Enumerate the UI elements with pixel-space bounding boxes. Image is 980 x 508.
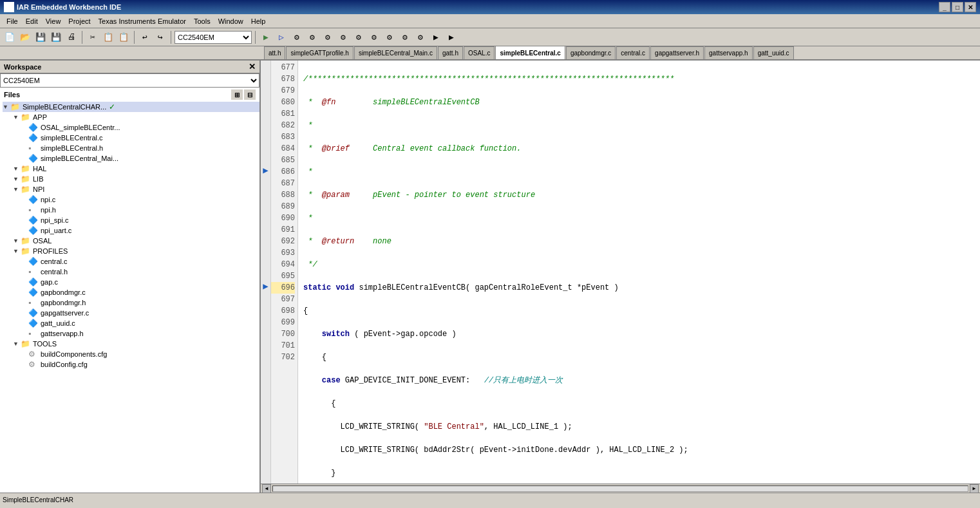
- code-text: * @param pEvent - pointer to event struc…: [303, 189, 535, 201]
- menu-project[interactable]: Project: [64, 16, 94, 26]
- tab-osal-c[interactable]: OSAL.c: [464, 46, 495, 59]
- expand-icon: [21, 361, 28, 368]
- save-all-button[interactable]: 💾: [49, 30, 63, 44]
- tree-npiuartc[interactable]: 🔷 npi_uart.c: [3, 225, 259, 236]
- expand-icon: ▼: [13, 248, 21, 254]
- file-tree: ▼ 📁 SimpleBLECentralCHAR... ✓ ▼ 📁 APP 🔷 …: [0, 102, 259, 493]
- btn6[interactable]: ⚙: [367, 30, 381, 44]
- tab-central-c[interactable]: central.c: [616, 46, 650, 59]
- expand-icon: [21, 330, 28, 337]
- tab-simpleblecentral-main-c[interactable]: simpleBLECentral_Main.c: [354, 46, 437, 59]
- print-button[interactable]: 🖨: [64, 30, 79, 44]
- tree-npispic[interactable]: 🔷 npi_spi.c: [3, 215, 259, 225]
- file-icon: ▪: [28, 329, 39, 338]
- tree-item-label: gapbondmgr.h: [41, 299, 86, 306]
- btn9[interactable]: ⚙: [413, 30, 428, 44]
- tree-hal[interactable]: ▼ 📁 HAL: [3, 164, 259, 174]
- tree-npi[interactable]: ▼ 📁 NPI: [3, 184, 259, 194]
- tab-gattservapp-h[interactable]: gattservapp.h: [704, 46, 753, 59]
- btn10[interactable]: ▶: [429, 30, 443, 44]
- menu-tools[interactable]: Tools: [190, 16, 214, 26]
- tab-gapbondmgr-c[interactable]: gapbondmgr.c: [566, 46, 616, 59]
- tab-att-h[interactable]: att.h: [264, 46, 285, 59]
- new-file-button[interactable]: 📄: [3, 30, 17, 44]
- file-icon: 🔷: [28, 308, 39, 317]
- btn11[interactable]: ▶: [444, 30, 458, 44]
- btn4[interactable]: ⚙: [336, 30, 350, 44]
- code-text: GAP_DEVICE_INIT_DONE_EVENT:: [341, 375, 484, 386]
- horizontal-scrollbar[interactable]: ◀ ▶: [261, 484, 980, 493]
- config-selector[interactable]: CC2540EM: [174, 31, 252, 44]
- scroll-left-button[interactable]: ◀: [262, 484, 271, 493]
- editor-area[interactable]: ▶ ▶ 677 678 679 680 681 682 683: [261, 61, 980, 493]
- scroll-track[interactable]: [272, 485, 968, 492]
- tree-buildcomp[interactable]: ⚙ buildComponents.cfg: [3, 349, 259, 359]
- tree-sbm[interactable]: 🔷 simpleBLECentral_Mai...: [3, 153, 259, 164]
- files-icon-btn-2[interactable]: ⊟: [244, 89, 256, 100]
- tree-centralc[interactable]: 🔷 central.c: [3, 256, 259, 267]
- tree-centralh[interactable]: ▪ central.h: [3, 267, 259, 277]
- copy-button[interactable]: 📋: [101, 30, 115, 44]
- menu-file[interactable]: File: [3, 16, 22, 26]
- btn8[interactable]: ⚙: [398, 30, 412, 44]
- build-button[interactable]: ▶: [259, 30, 273, 44]
- file-icon: 🔷: [28, 216, 39, 225]
- tree-npic[interactable]: 🔷 npi.c: [3, 194, 259, 205]
- cut-button[interactable]: ✂: [86, 30, 100, 44]
- tree-item-label: gap.c: [41, 278, 58, 286]
- file-icon: 🔷: [28, 133, 39, 142]
- file-icon: 🔷: [28, 257, 39, 266]
- tree-gattuuidc[interactable]: 🔷 gatt_uuid.c: [3, 318, 259, 328]
- tree-lib[interactable]: ▼ 📁 LIB: [3, 174, 259, 184]
- minimize-button[interactable]: _: [939, 2, 950, 12]
- btn1[interactable]: ⚙: [290, 30, 304, 44]
- tree-npih[interactable]: ▪ npi.h: [3, 205, 259, 215]
- tree-item-label: OSAL: [33, 237, 52, 245]
- tree-gapbondmgrh[interactable]: ▪ gapbondmgr.h: [3, 297, 259, 308]
- maximize-button[interactable]: □: [952, 2, 963, 12]
- tree-sbc[interactable]: 🔷 simpleBLECentral.c: [3, 133, 259, 143]
- tree-item-label: npi_spi.c: [41, 216, 68, 224]
- tree-buildcfg[interactable]: ⚙ buildConfig.cfg: [3, 359, 259, 370]
- workspace-close-button[interactable]: ✕: [249, 62, 256, 71]
- menu-help[interactable]: Help: [247, 16, 270, 26]
- tree-app[interactable]: ▼ 📁 APP: [3, 112, 259, 122]
- tree-osal-c[interactable]: 🔷 OSAL_simpleBLECentr...: [3, 122, 259, 133]
- tab-gatt-h[interactable]: gatt.h: [438, 46, 463, 59]
- workspace-selector[interactable]: CC2540EM: [0, 73, 259, 88]
- tree-tools[interactable]: ▼ 📁 TOOLS: [3, 339, 259, 349]
- btn5[interactable]: ⚙: [352, 30, 366, 44]
- debug-button[interactable]: ▷: [274, 30, 288, 44]
- redo-button[interactable]: ↪: [153, 30, 167, 44]
- tree-osal[interactable]: ▼ 📁 OSAL: [3, 236, 259, 246]
- tab-gapgattserver-h[interactable]: gapgattserver.h: [650, 46, 704, 59]
- open-file-button[interactable]: 📂: [18, 30, 32, 44]
- close-button[interactable]: ✕: [965, 2, 976, 12]
- tab-simplegattprofile-h[interactable]: simpleGATTprofile.h: [286, 46, 353, 59]
- undo-button[interactable]: ↩: [138, 30, 152, 44]
- files-icon-btn-1[interactable]: ⊞: [231, 89, 243, 100]
- tree-root[interactable]: ▼ 📁 SimpleBLECentralCHAR... ✓: [3, 102, 259, 112]
- code-content[interactable]: /***************************************…: [298, 61, 980, 484]
- tree-gapbondmgrc[interactable]: 🔷 gapbondmgr.c: [3, 287, 259, 297]
- tree-profiles[interactable]: ▼ 📁 PROFILES: [3, 246, 259, 256]
- scroll-right-button[interactable]: ▶: [970, 484, 979, 493]
- save-button[interactable]: 💾: [33, 30, 48, 44]
- btn3[interactable]: ⚙: [321, 30, 335, 44]
- menu-ti-emulator[interactable]: Texas Instruments Emulator: [95, 16, 190, 26]
- menu-view[interactable]: View: [42, 16, 65, 26]
- tab-simpleblecentral-c[interactable]: simpleBLECentral.c: [495, 46, 565, 59]
- menu-edit[interactable]: Edit: [22, 16, 42, 26]
- paste-button[interactable]: 📋: [117, 30, 131, 44]
- menu-window[interactable]: Window: [214, 16, 247, 26]
- tree-sbh[interactable]: ▪ simpleBLECentral.h: [3, 143, 259, 153]
- file-icon: ▪: [28, 267, 39, 276]
- tree-gapgattserverc[interactable]: 🔷 gapgattserver.c: [3, 308, 259, 318]
- tree-gapc[interactable]: 🔷 gap.c: [3, 277, 259, 287]
- tree-item-label: npi.h: [41, 206, 56, 214]
- tab-gatt-uuid-c[interactable]: gatt_uuid.c: [753, 46, 794, 59]
- btn2[interactable]: ⚙: [305, 30, 319, 44]
- tree-gattservapph[interactable]: ▪ gattservapp.h: [3, 328, 259, 339]
- btn7[interactable]: ⚙: [382, 30, 397, 44]
- file-icon: ⚙: [28, 350, 39, 359]
